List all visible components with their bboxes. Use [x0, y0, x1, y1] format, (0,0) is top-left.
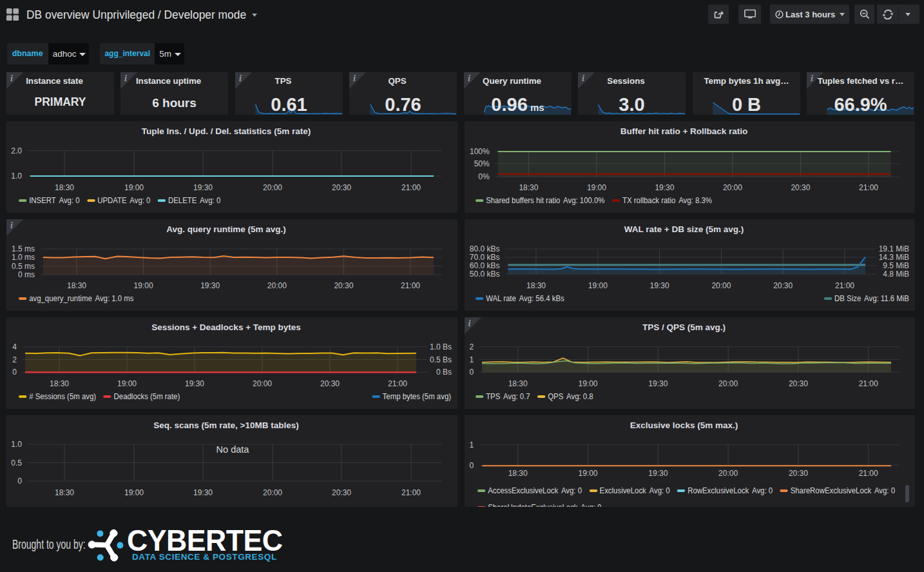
- svg-text:2: 2: [12, 355, 17, 364]
- svg-text:19:00: 19:00: [124, 488, 144, 497]
- svg-text:18:30: 18:30: [50, 379, 69, 388]
- svg-text:21:00: 21:00: [858, 183, 878, 192]
- svg-text:4: 4: [12, 342, 17, 351]
- svg-text:19:00: 19:00: [588, 281, 607, 290]
- svg-text:9.5 MiB: 9.5 MiB: [883, 261, 909, 270]
- svg-text:14.3 MiB: 14.3 MiB: [878, 252, 909, 261]
- svg-text:20:00: 20:00: [718, 469, 738, 478]
- svg-text:0: 0: [17, 477, 22, 486]
- svg-text:1.0 ms: 1.0 ms: [12, 253, 35, 262]
- svg-text:100%: 100%: [469, 147, 489, 156]
- svg-text:1: 1: [469, 440, 474, 449]
- svg-text:20:30: 20:30: [788, 379, 807, 388]
- svg-text:19:30: 19:30: [193, 488, 213, 497]
- svg-text:1.0: 1.0: [11, 172, 22, 181]
- svg-text:70.0 kBs: 70.0 kBs: [469, 252, 499, 261]
- svg-text:0 ms: 0 ms: [18, 270, 35, 279]
- svg-text:0.5: 0.5: [11, 458, 22, 467]
- svg-text:Buffer hit ratio + Rollback ra: Buffer hit ratio + Rollback ratio: [620, 126, 747, 136]
- svg-text:19:30: 19:30: [648, 379, 668, 388]
- svg-text:0.5 Bs: 0.5 Bs: [430, 355, 452, 364]
- svg-text:1.0: 1.0: [11, 440, 22, 449]
- svg-text:0: 0: [469, 368, 474, 377]
- svg-text:50.0 kBs: 50.0 kBs: [469, 270, 499, 279]
- svg-text:20:00: 20:00: [253, 379, 272, 388]
- svg-text:Seq. scans (5m rate, >10MB tab: Seq. scans (5m rate, >10MB tables): [153, 420, 298, 430]
- svg-text:20:30: 20:30: [788, 469, 807, 478]
- svg-text:18:30: 18:30: [519, 183, 538, 192]
- svg-text:19:00: 19:00: [117, 379, 137, 388]
- svg-text:No data: No data: [217, 444, 250, 455]
- svg-text:18:30: 18:30: [508, 469, 527, 478]
- svg-text:21:00: 21:00: [834, 281, 854, 290]
- svg-text:21:00: 21:00: [401, 281, 420, 290]
- svg-text:20:30: 20:30: [791, 183, 810, 192]
- svg-text:0: 0: [469, 460, 474, 469]
- svg-text:TPS / QPS (5m avg.): TPS / QPS (5m avg.): [642, 322, 725, 332]
- svg-text:WAL rate + DB size (5m avg.): WAL rate + DB size (5m avg.): [624, 224, 743, 234]
- svg-text:19:30: 19:30: [650, 281, 669, 290]
- svg-text:19:00: 19:00: [124, 183, 144, 192]
- svg-text:4.8 MiB: 4.8 MiB: [883, 270, 909, 279]
- svg-text:21:00: 21:00: [858, 379, 878, 388]
- svg-text:18:30: 18:30: [55, 183, 74, 192]
- svg-text:19:30: 19:30: [648, 469, 668, 478]
- svg-text:50%: 50%: [474, 159, 489, 168]
- svg-text:18:30: 18:30: [67, 281, 86, 290]
- svg-text:20:30: 20:30: [320, 379, 340, 388]
- svg-text:20:00: 20:00: [263, 488, 282, 497]
- svg-text:19:00: 19:00: [586, 183, 606, 192]
- svg-text:Tuple Ins. / Upd. / Del. stati: Tuple Ins. / Upd. / Del. statistics (5m …: [142, 126, 311, 136]
- svg-text:19:30: 19:30: [185, 379, 204, 388]
- svg-text:0: 0: [12, 368, 17, 377]
- svg-text:20:00: 20:00: [267, 281, 287, 290]
- svg-text:20:00: 20:00: [722, 183, 742, 192]
- svg-text:18:30: 18:30: [526, 281, 545, 290]
- svg-text:2: 2: [469, 342, 474, 351]
- svg-text:20:30: 20:30: [334, 281, 353, 290]
- svg-text:0 Bs: 0 Bs: [436, 368, 452, 377]
- svg-text:20:00: 20:00: [711, 281, 731, 290]
- svg-text:2.0: 2.0: [11, 146, 22, 155]
- svg-text:20:00: 20:00: [263, 183, 282, 192]
- svg-text:19:00: 19:00: [578, 469, 597, 478]
- svg-text:0.5 ms: 0.5 ms: [12, 261, 35, 270]
- svg-text:21:00: 21:00: [388, 379, 407, 388]
- svg-text:20:30: 20:30: [332, 183, 351, 192]
- svg-text:0%: 0%: [478, 172, 490, 181]
- svg-text:60.0 kBs: 60.0 kBs: [469, 261, 499, 270]
- svg-text:18:30: 18:30: [508, 379, 527, 388]
- svg-text:19:00: 19:00: [134, 281, 153, 290]
- svg-text:18:30: 18:30: [55, 488, 74, 497]
- svg-text:20:30: 20:30: [773, 281, 793, 290]
- svg-text:19:30: 19:30: [193, 183, 213, 192]
- svg-text:Exclusive locks (5m max.): Exclusive locks (5m max.): [630, 420, 737, 430]
- svg-text:Avg. query runtime (5m avg.): Avg. query runtime (5m avg.): [166, 224, 286, 234]
- svg-text:21:00: 21:00: [858, 469, 878, 478]
- svg-text:1.5 ms: 1.5 ms: [12, 244, 35, 253]
- svg-text:19:30: 19:30: [655, 183, 674, 192]
- svg-text:20:00: 20:00: [718, 379, 738, 388]
- svg-text:1: 1: [469, 355, 474, 364]
- svg-text:20:30: 20:30: [332, 488, 351, 497]
- svg-text:21:00: 21:00: [401, 488, 421, 497]
- svg-text:19:30: 19:30: [200, 281, 220, 290]
- svg-text:Sessions + Deadlocks + Temp by: Sessions + Deadlocks + Temp bytes: [151, 322, 301, 332]
- svg-text:21:00: 21:00: [401, 183, 421, 192]
- svg-text:1.0 Bs: 1.0 Bs: [430, 342, 452, 351]
- svg-text:19:00: 19:00: [578, 379, 597, 388]
